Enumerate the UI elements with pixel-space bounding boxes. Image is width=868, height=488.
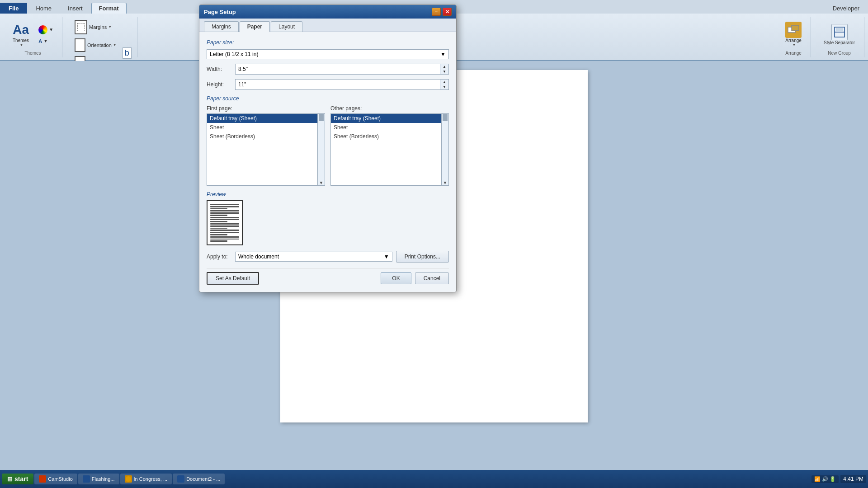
preview-section: Preview xyxy=(207,191,449,245)
preview-line-5 xyxy=(210,212,239,214)
width-spin-down[interactable]: ▼ xyxy=(440,69,448,74)
flashing-label: Flashing... xyxy=(92,476,115,482)
scroll-down[interactable]: ▼ xyxy=(318,180,325,185)
page-setup-expand[interactable]: b xyxy=(123,47,132,59)
first-page-scrollbar[interactable]: ▼ xyxy=(317,114,325,185)
clock: 4:41 PM xyxy=(840,475,866,483)
width-label: Width: xyxy=(207,66,231,72)
dialog-tab-margins[interactable]: Margins xyxy=(204,21,239,32)
arrange-button[interactable]: Arrange ▼ xyxy=(782,20,805,49)
first-page-item-2[interactable]: Sheet (Borderless) xyxy=(207,132,325,141)
width-input[interactable] xyxy=(235,64,440,75)
svg-point-5 xyxy=(126,476,131,482)
dialog-tab-layout[interactable]: Layout xyxy=(271,21,302,32)
width-spinner: ▲ ▼ xyxy=(440,64,449,75)
dialog-body: Paper size: Letter (8 1/2 x 11 in) ▼ Wid… xyxy=(199,32,456,292)
set-as-default-button[interactable]: Set As Default xyxy=(207,272,259,285)
first-page-item-0[interactable]: Default tray (Sheet) xyxy=(207,114,325,123)
style-sep-items: Style Separator xyxy=(820,19,859,51)
width-spin-up[interactable]: ▲ xyxy=(440,64,448,69)
start-icon: ⊞ xyxy=(7,475,13,483)
preview-line-14 xyxy=(210,232,239,233)
ribbon-group-themes: Aa Themes ▼ ▼ A ▼ Themes xyxy=(4,17,62,57)
other-pages-item-2[interactable]: Sheet (Borderless) xyxy=(331,132,448,141)
first-page-label: First page: xyxy=(207,105,325,112)
paper-source-section: Paper source First page: Default tray (S… xyxy=(207,95,449,186)
taskbar: ⊞ start CamStudio Flashing... In Congres… xyxy=(0,470,868,488)
first-page-item-1[interactable]: Sheet xyxy=(207,123,325,132)
apply-value: Whole document xyxy=(238,253,279,260)
page-setup-dialog: Page Setup − ✕ Margins Paper Layout Pape… xyxy=(199,5,457,292)
start-button[interactable]: ⊞ start xyxy=(2,474,33,484)
dialog-footer: Set As Default OK Cancel xyxy=(207,268,449,285)
dialog-close-button[interactable]: ✕ xyxy=(443,8,452,16)
start-label: start xyxy=(14,475,28,483)
tab-file[interactable]: File xyxy=(0,3,27,14)
taskbar-right: 📶 🔊 🔋 4:41 PM xyxy=(811,475,866,483)
width-row: Width: ▲ ▼ xyxy=(207,64,449,75)
style-separator-button[interactable]: Style Separator xyxy=(820,22,859,47)
dialog-title-buttons: − ✕ xyxy=(432,8,452,16)
preview-line-7 xyxy=(210,217,239,218)
taskbar-item-congress[interactable]: In Congress, ... xyxy=(120,474,172,484)
themes-label: Themes xyxy=(13,38,29,43)
themes-arrow-icon: ▼ xyxy=(20,43,24,47)
preview-line-18 xyxy=(210,240,227,242)
taskbar-item-document[interactable]: Document2 - ... xyxy=(173,474,225,484)
dialog-tab-paper[interactable]: Paper xyxy=(240,21,270,32)
height-input-wrap: ▲ ▼ xyxy=(235,79,449,90)
ribbon-group-arrange: Arrange ▼ Arrange xyxy=(776,17,811,57)
height-row: Height: ▲ ▼ xyxy=(207,79,449,90)
height-spinner: ▲ ▼ xyxy=(440,79,449,90)
theme-colors-button[interactable]: ▼ xyxy=(35,24,57,36)
document-label: Document2 - ... xyxy=(186,476,220,482)
preview-line-17 xyxy=(210,239,239,240)
preview-line-3 xyxy=(210,208,227,210)
preview-line-15 xyxy=(210,234,227,235)
paper-size-value: Letter (8 1/2 x 11 in) xyxy=(210,51,258,57)
other-pages-item-1[interactable]: Sheet xyxy=(331,123,448,132)
paper-size-section-label: Paper size: xyxy=(207,39,449,46)
margins-icon xyxy=(75,20,87,34)
style-separator-label: Style Separator xyxy=(824,40,855,45)
tab-insert[interactable]: Insert xyxy=(60,3,90,14)
ribbon-group-page-setup: Margins ▼ Orientation ▼ Size ▼ xyxy=(66,17,137,57)
arrange-items: Arrange ▼ xyxy=(782,19,805,51)
tab-format[interactable]: Format xyxy=(91,3,127,14)
orientation-button[interactable]: Orientation ▼ xyxy=(71,37,120,53)
tab-developer[interactable]: Developer xyxy=(825,3,867,14)
taskbar-item-camstudio[interactable]: CamStudio xyxy=(34,474,77,484)
height-input[interactable] xyxy=(235,79,440,90)
style-separator-icon xyxy=(831,24,848,40)
ok-button[interactable]: OK xyxy=(381,272,411,284)
other-pages-item-0[interactable]: Default tray (Sheet) xyxy=(331,114,448,123)
fonts-icon: A xyxy=(38,38,42,44)
orientation-icon xyxy=(75,38,85,52)
height-spin-up[interactable]: ▲ xyxy=(440,80,448,84)
tab-home[interactable]: Home xyxy=(28,3,59,14)
themes-button[interactable]: Aa Themes ▼ xyxy=(9,20,33,49)
height-spin-down[interactable]: ▼ xyxy=(440,84,448,89)
taskbar-item-flashing[interactable]: Flashing... xyxy=(78,474,119,484)
print-options-button[interactable]: Print Options... xyxy=(396,251,449,263)
dialog-title: Page Setup xyxy=(204,9,236,15)
preview-line-11 xyxy=(210,225,239,227)
paper-source-label: Paper source xyxy=(207,95,449,102)
arrange-label: Arrange xyxy=(785,38,802,43)
theme-fonts-button[interactable]: A ▼ xyxy=(35,37,57,45)
preview-line-8 xyxy=(210,219,239,220)
cancel-button[interactable]: Cancel xyxy=(415,272,449,284)
width-input-wrap: ▲ ▼ xyxy=(235,64,449,75)
apply-select[interactable]: Whole document ▼ xyxy=(235,252,392,262)
new-group-label: New Group xyxy=(828,51,851,56)
other-pages-listbox[interactable]: Default tray (Sheet) Sheet Sheet (Border… xyxy=(330,113,449,186)
paper-size-select[interactable]: Letter (8 1/2 x 11 in) ▼ xyxy=(207,49,449,59)
first-page-listbox[interactable]: Default tray (Sheet) Sheet Sheet (Border… xyxy=(207,113,325,186)
camstudio-icon xyxy=(39,475,46,483)
themes-mini-buttons: ▼ A ▼ xyxy=(35,24,57,45)
margins-button[interactable]: Margins ▼ xyxy=(71,19,120,36)
other-scroll-down[interactable]: ▼ xyxy=(442,180,448,185)
other-pages-scrollbar[interactable]: ▼ xyxy=(441,114,448,185)
volume-icon: 🔊 xyxy=(822,476,828,482)
dialog-minimize-button[interactable]: − xyxy=(432,8,441,16)
